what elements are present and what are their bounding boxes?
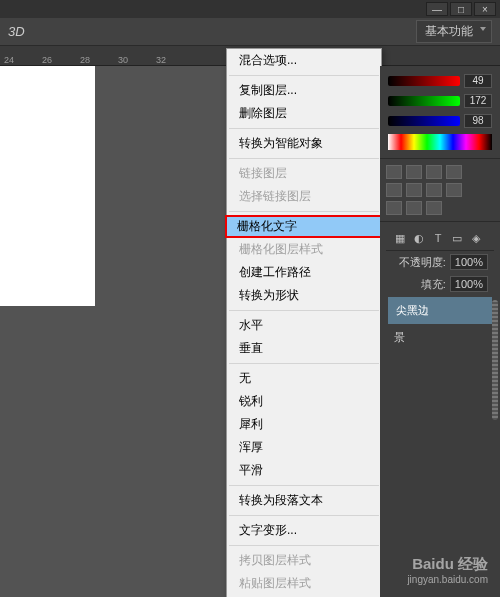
ruler-mark: 28 <box>80 55 118 65</box>
fill-value[interactable]: 100% <box>450 276 488 292</box>
menu-aa-strong[interactable]: 浑厚 <box>227 436 381 459</box>
menu-aa-smooth[interactable]: 平滑 <box>227 459 381 482</box>
adjustment-icon[interactable] <box>406 201 422 215</box>
filter-text-icon[interactable]: T <box>430 232 446 246</box>
red-value[interactable]: 49 <box>464 74 492 88</box>
maximize-button[interactable]: □ <box>450 2 472 16</box>
color-panel: 49 172 98 <box>380 66 500 158</box>
menu-convert-paragraph[interactable]: 转换为段落文本 <box>227 489 381 512</box>
adjustment-icon[interactable] <box>446 183 462 197</box>
adjustment-icon[interactable] <box>426 183 442 197</box>
adjustment-icon[interactable] <box>386 165 402 179</box>
menu-link-layers: 链接图层 <box>227 162 381 185</box>
color-spectrum[interactable] <box>388 134 492 150</box>
adjustment-icon[interactable] <box>426 201 442 215</box>
panel-scrollbar[interactable] <box>492 300 498 420</box>
menu-vertical[interactable]: 垂直 <box>227 337 381 360</box>
menu-rasterize-text[interactable]: 栅格化文字 <box>225 215 383 238</box>
menu-copy-layer[interactable]: 复制图层... <box>227 79 381 102</box>
menu-aa-sharp[interactable]: 锐利 <box>227 390 381 413</box>
ruler-mark: 24 <box>4 55 42 65</box>
tab-3d[interactable]: 3D <box>8 24 25 39</box>
filter-adjust-icon[interactable]: ◐ <box>411 232 427 246</box>
menu-aa-none[interactable]: 无 <box>227 367 381 390</box>
fill-label: 填充: <box>421 277 446 292</box>
opacity-value[interactable]: 100% <box>450 254 488 270</box>
menu-copy-style: 拷贝图层样式 <box>227 549 381 572</box>
adjustment-icon[interactable] <box>446 165 462 179</box>
green-slider[interactable] <box>388 96 460 106</box>
minimize-button[interactable]: — <box>426 2 448 16</box>
filter-smart-icon[interactable]: ◈ <box>468 232 484 246</box>
adjustment-icon[interactable] <box>426 165 442 179</box>
menu-warp-text[interactable]: 文字变形... <box>227 519 381 542</box>
menu-select-linked: 选择链接图层 <box>227 185 381 208</box>
layer-row[interactable]: 景 <box>386 326 494 349</box>
menu-rasterize-style: 栅格化图层样式 <box>227 238 381 261</box>
right-panels: 49 172 98 <box>380 66 500 597</box>
blue-value[interactable]: 98 <box>464 114 492 128</box>
layer-filter-row: ▦ ◐ T ▭ ◈ <box>386 228 494 251</box>
menu-convert-smart[interactable]: 转换为智能对象 <box>227 132 381 155</box>
layer-context-menu: 混合选项... 复制图层... 删除图层 转换为智能对象 链接图层 选择链接图层… <box>226 48 382 597</box>
menu-create-workpath[interactable]: 创建工作路径 <box>227 261 381 284</box>
adjustment-icon[interactable] <box>406 183 422 197</box>
filter-shape-icon[interactable]: ▭ <box>449 232 465 246</box>
menu-aa-crisp[interactable]: 犀利 <box>227 413 381 436</box>
red-slider[interactable] <box>388 76 460 86</box>
menu-blend-options[interactable]: 混合选项... <box>227 49 381 72</box>
workspace-switcher[interactable]: 基本功能 <box>416 20 492 43</box>
watermark: Baidu 经验 jingyan.baidu.com <box>407 555 488 585</box>
adjustment-icon[interactable] <box>386 183 402 197</box>
adjustments-row-3 <box>386 201 494 215</box>
menu-delete-layer[interactable]: 删除图层 <box>227 102 381 125</box>
menu-paste-style: 粘贴图层样式 <box>227 572 381 595</box>
filter-pixel-icon[interactable]: ▦ <box>392 232 408 246</box>
opacity-label: 不透明度: <box>399 255 446 270</box>
watermark-logo: Baidu 经验 <box>407 555 488 574</box>
blue-slider[interactable] <box>388 116 460 126</box>
close-button[interactable]: × <box>474 2 496 16</box>
ruler-mark: 30 <box>118 55 156 65</box>
watermark-url: jingyan.baidu.com <box>407 574 488 585</box>
adjustments-row-2 <box>386 183 494 197</box>
menu-horizontal[interactable]: 水平 <box>227 314 381 337</box>
adjustment-icon[interactable] <box>386 201 402 215</box>
adjustments-row-1 <box>386 165 494 179</box>
ruler-mark: 32 <box>156 55 194 65</box>
ruler-mark: 26 <box>42 55 80 65</box>
green-value[interactable]: 172 <box>464 94 492 108</box>
adjustment-icon[interactable] <box>406 165 422 179</box>
menu-convert-shape[interactable]: 转换为形状 <box>227 284 381 307</box>
canvas[interactable] <box>0 66 95 306</box>
layer-row-active[interactable]: 尖黑边 <box>388 297 492 324</box>
